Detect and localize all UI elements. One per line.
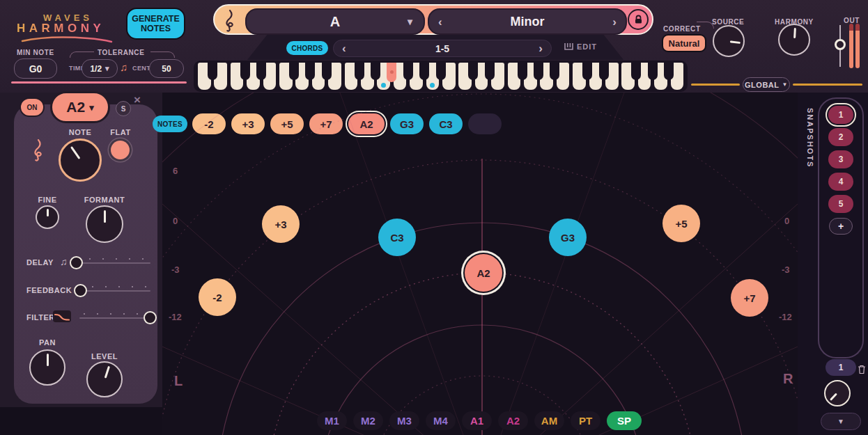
black-key[interactable] <box>664 63 674 80</box>
black-key[interactable] <box>240 63 250 80</box>
black-key[interactable] <box>371 63 380 80</box>
filter-slider-track <box>79 317 150 319</box>
voice-tab-m3[interactable]: M3 <box>389 411 419 430</box>
note-knob[interactable] <box>59 139 102 182</box>
filter-slider-handle[interactable] <box>144 311 157 324</box>
variation-pill[interactable]: 1 <box>826 359 856 376</box>
black-key[interactable] <box>534 63 543 80</box>
stage-scale-label: -12 <box>779 312 792 322</box>
edit-button[interactable]: EDIT <box>564 42 597 51</box>
correct-mode-button[interactable]: Natural <box>662 34 706 52</box>
voice-tab-a1[interactable]: A1 <box>462 411 492 430</box>
snapshot-add-button[interactable]: + <box>829 218 853 235</box>
generate-notes-button[interactable]: GENERATE NOTES <box>126 8 185 40</box>
voice-tab-a2[interactable]: A2 <box>498 411 528 430</box>
source-knob[interactable] <box>713 25 745 57</box>
delay-label: DELAY <box>26 258 54 267</box>
key-press-dot <box>390 70 394 74</box>
feedback-label: FEEDBACK <box>26 286 72 294</box>
note-bubble-A2[interactable]: A2 <box>465 254 502 292</box>
global-divider-right <box>793 84 862 86</box>
black-key[interactable] <box>305 63 315 80</box>
chevron-down-icon: ▾ <box>408 16 412 27</box>
black-key[interactable] <box>550 63 559 80</box>
black-key[interactable] <box>468 63 478 80</box>
global-divider-left <box>691 84 740 86</box>
scale-next-button[interactable]: › <box>612 16 617 28</box>
eighth-notes-icon: ♫ <box>60 256 68 267</box>
voice-tab-m2[interactable]: M2 <box>353 411 383 430</box>
note-bubble-G3[interactable]: G3 <box>549 219 587 256</box>
harmony-stage[interactable]: 6 0 -3 -12 0 -3 -12 L R +3C3G3+5A2-2+7 <box>162 93 798 435</box>
pan-knob[interactable] <box>29 349 65 386</box>
lock-icon <box>634 15 643 24</box>
trash-icon[interactable] <box>858 365 866 374</box>
chord-next-button[interactable]: › <box>538 42 543 54</box>
piano-keyboard[interactable] <box>194 61 688 92</box>
feedback-slider-handle[interactable] <box>74 284 87 297</box>
black-key[interactable] <box>322 63 332 80</box>
black-key[interactable] <box>289 63 299 80</box>
black-key[interactable] <box>436 63 446 80</box>
black-key[interactable] <box>631 63 641 80</box>
note-bubble-C3[interactable]: C3 <box>378 219 416 256</box>
black-key[interactable] <box>518 63 527 80</box>
voice-tab-am[interactable]: AM <box>534 411 564 430</box>
black-key[interactable] <box>485 63 495 80</box>
lock-button[interactable] <box>628 9 649 30</box>
flat-button[interactable] <box>111 141 130 159</box>
black-key[interactable] <box>599 63 609 80</box>
voice-note-dropdown[interactable]: A2 ▾ <box>50 91 110 123</box>
black-key[interactable] <box>648 63 658 80</box>
waves-harmony-plugin: WAVES HARMONY GENERATE NOTES A ▾ ‹ Minor… <box>0 0 868 435</box>
out-slider-handle[interactable] <box>835 39 846 50</box>
voice-on-button[interactable]: ON <box>20 97 45 117</box>
stage-scale-label: 0 <box>784 216 789 226</box>
feedback-slider-ticks <box>92 286 150 287</box>
note-bubble-minus2[interactable]: -2 <box>199 278 236 316</box>
chevron-down-icon: ▾ <box>105 64 109 73</box>
voice-tab-m1[interactable]: M1 <box>317 411 347 430</box>
black-key[interactable] <box>582 63 592 80</box>
cents-field[interactable]: 50 <box>149 59 184 78</box>
voice-tab-m4[interactable]: M4 <box>426 411 456 430</box>
highlighted-key[interactable] <box>387 63 396 82</box>
tolerance-label: TOLERANCE <box>98 49 144 56</box>
key-dropdown[interactable]: A ▾ <box>245 8 425 35</box>
fine-knob[interactable] <box>36 205 59 229</box>
snapshot-slot[interactable]: 5 <box>828 195 853 213</box>
note-bubble-plus3[interactable]: +3 <box>262 205 300 243</box>
brand-harmony: HARMONY <box>17 22 104 35</box>
dropdown-arrow-icon: ▼ <box>837 418 844 425</box>
morph-knob[interactable] <box>824 380 851 406</box>
snapshot-slot[interactable]: 2 <box>828 128 853 146</box>
voice-tab-sp[interactable]: SP <box>607 411 642 430</box>
note-bubble-plus7[interactable]: +7 <box>731 279 768 317</box>
black-key[interactable] <box>208 63 217 80</box>
stage-scale-label: 0 <box>173 216 178 226</box>
panel-collapse-button[interactable]: ▼ <box>821 413 861 430</box>
scale-prev-button[interactable]: ‹ <box>438 16 442 28</box>
filter-curve-icon <box>53 310 71 322</box>
level-knob[interactable] <box>86 361 123 397</box>
snapshot-slot[interactable]: 3 <box>828 150 853 168</box>
harmony-knob[interactable] <box>778 24 810 56</box>
global-dropdown[interactable]: GLOBAL ▼ <box>743 77 790 92</box>
snapshot-slot[interactable]: 1 <box>828 106 853 124</box>
black-key[interactable] <box>256 63 266 80</box>
voice-close-button[interactable]: × <box>134 93 141 107</box>
note-bubble-plus5[interactable]: +5 <box>662 205 700 242</box>
delay-slider-ticks <box>89 258 150 260</box>
black-key[interactable] <box>403 63 413 80</box>
formant-knob[interactable] <box>86 205 123 243</box>
delay-slider-handle[interactable] <box>70 256 83 269</box>
min-note-field[interactable]: G0 <box>14 58 57 79</box>
snapshot-slot[interactable]: 4 <box>828 173 853 191</box>
chords-badge[interactable]: CHORDS <box>286 41 328 55</box>
black-key[interactable] <box>355 63 364 80</box>
voice-solo-button[interactable]: S <box>116 101 131 116</box>
chord-prev-button[interactable]: ‹ <box>342 42 346 54</box>
time-dropdown[interactable]: 1/2 ▾ <box>82 59 118 78</box>
black-key[interactable] <box>419 63 429 80</box>
voice-tab-pt[interactable]: PT <box>571 411 600 430</box>
